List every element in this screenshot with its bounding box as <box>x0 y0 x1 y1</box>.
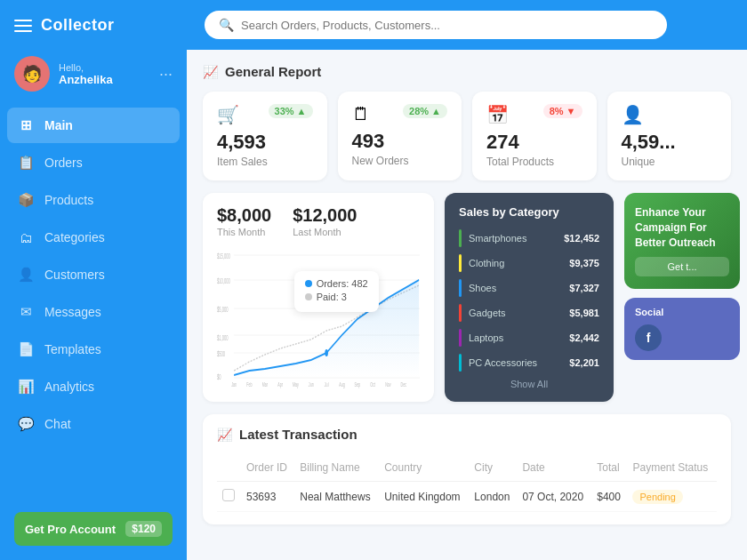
categories-icon: 🗂 <box>18 229 34 245</box>
country: United Kingdom <box>379 482 469 512</box>
city: London <box>469 482 517 512</box>
unique-label: Unique <box>622 156 718 168</box>
sidebar-item-label: Categories <box>44 230 105 244</box>
pro-account-button[interactable]: Get Pro Account $120 <box>14 512 173 546</box>
this-month-stat: $8,000 This Month <box>217 205 271 237</box>
sales-title: Sales by Category <box>459 205 599 219</box>
show-all-button[interactable]: Show All <box>459 379 599 389</box>
svg-text:May: May <box>293 380 299 388</box>
cart-icon: 🛒 <box>217 104 239 125</box>
right-widgets: Enhance Your Campaign For Better Outreac… <box>624 193 731 402</box>
svg-text:$10,000: $10,000 <box>217 276 230 284</box>
shoes-name: Shoes <box>469 283 562 293</box>
table-header-row: Order ID Billing Name Country City Date … <box>217 454 717 482</box>
shoes-dot <box>459 279 462 297</box>
promo-title: Enhance Your Campaign For Better Outreac… <box>635 205 729 250</box>
orders-dot <box>305 280 312 287</box>
billing-name: Neal Matthews <box>294 482 379 512</box>
payment-status: Pending <box>627 482 717 512</box>
report-icon: 📈 <box>203 65 218 79</box>
tooltip-orders: Orders: 482 <box>317 278 368 289</box>
dashboard: 📈 General Report 🛒 33% ▲ 4,593 Item Sale… <box>187 50 747 560</box>
avatar: 🧑 <box>14 56 50 92</box>
svg-text:Jul: Jul <box>325 380 329 388</box>
hamburger-icon[interactable] <box>14 20 32 32</box>
col-city: City <box>469 454 517 482</box>
table-row: 53693 Neal Matthews United Kingdom Londo… <box>217 482 717 512</box>
main-icon: ⊞ <box>18 117 34 133</box>
stat-card-item-sales: 🛒 33% ▲ 4,593 Item Sales <box>203 92 327 180</box>
new-orders-badge: 28% ▲ <box>403 104 447 118</box>
user-menu-button[interactable]: ··· <box>159 65 173 84</box>
svg-text:Aug: Aug <box>339 380 345 388</box>
svg-text:$1,000: $1,000 <box>217 333 229 341</box>
order-id: 53693 <box>241 482 294 512</box>
laptops-dot <box>459 329 462 347</box>
sidebar-item-messages[interactable]: ✉ Messages <box>7 294 180 330</box>
sidebar-item-label: Analytics <box>44 380 94 394</box>
sidebar-item-templates[interactable]: 📄 Templates <box>7 332 180 367</box>
svg-text:$15,000: $15,000 <box>217 252 230 260</box>
item-sales-badge: 33% ▲ <box>269 104 313 118</box>
tooltip-paid: Paid: 3 <box>317 292 347 302</box>
date: 07 Oct, 2020 <box>517 482 591 512</box>
chart-tooltip: Orders: 482 Paid: 3 <box>294 271 379 312</box>
col-checkbox <box>217 454 241 482</box>
sidebar-item-analytics[interactable]: 📊 Analytics <box>7 369 180 404</box>
sidebar-item-label: Customers <box>44 268 105 282</box>
sidebar-item-label: Templates <box>44 342 101 356</box>
smartphones-dot <box>459 229 462 247</box>
pro-btn-label: Get Pro Account <box>25 523 116 536</box>
row-checkbox[interactable] <box>222 489 235 501</box>
sidebar-item-products[interactable]: 📦 Products <box>7 182 180 218</box>
orders-stat-icon: 🗒 <box>352 104 370 124</box>
last-month-value: $12,000 <box>293 205 357 226</box>
products-icon: 📦 <box>18 192 34 208</box>
sidebar-item-categories[interactable]: 🗂 Categories <box>7 220 180 255</box>
social-title: Social <box>635 307 729 317</box>
svg-text:Dec: Dec <box>401 380 406 388</box>
search-input[interactable] <box>241 19 653 32</box>
sales-item: PC Accessories $2,201 <box>459 354 599 372</box>
templates-icon: 📄 <box>18 341 34 357</box>
smartphones-name: Smartphones <box>469 233 557 244</box>
user-info: Hello, Anzhelika <box>59 62 150 86</box>
total-products-value: 274 <box>486 131 582 154</box>
col-order-id: Order ID <box>241 454 294 482</box>
general-report-title: 📈 General Report <box>203 64 731 79</box>
svg-text:$0: $0 <box>217 372 221 380</box>
clothing-amount: $9,375 <box>569 258 599 268</box>
pro-btn-price: $120 <box>125 521 162 537</box>
sidebar-item-label: Messages <box>44 305 101 319</box>
item-sales-label: Item Sales <box>217 156 313 168</box>
sidebar-item-orders[interactable]: 📋 Orders <box>7 145 180 180</box>
smartphones-amount: $12,452 <box>564 233 599 244</box>
sidebar-item-main[interactable]: ⊞ Main <box>7 108 180 143</box>
transaction-table: Order ID Billing Name Country City Date … <box>217 454 717 512</box>
shoes-amount: $7,327 <box>569 283 599 293</box>
sidebar-item-label: Chat <box>44 417 71 431</box>
facebook-button[interactable]: f <box>635 324 662 351</box>
analytics-icon: 📊 <box>18 379 34 395</box>
paid-dot <box>305 293 312 300</box>
col-billing-name: Billing Name <box>294 454 379 482</box>
unique-icon: 👤 <box>622 104 644 125</box>
sales-item: Smartphones $12,452 <box>459 229 599 247</box>
sales-item: Gadgets $5,981 <box>459 304 599 322</box>
search-icon: 🔍 <box>219 18 234 32</box>
gadgets-dot <box>459 304 462 322</box>
last-month-label: Last Month <box>293 227 357 237</box>
last-month-stat: $12,000 Last Month <box>293 205 357 237</box>
sidebar-header: Collector <box>0 0 187 47</box>
new-orders-label: New Orders <box>352 155 448 167</box>
middle-row: $8,000 This Month $12,000 Last Month Ord… <box>203 193 731 402</box>
promo-button[interactable]: Get t... <box>635 257 729 276</box>
total: $400 <box>591 482 627 512</box>
sidebar-item-customers[interactable]: 👤 Customers <box>7 257 180 292</box>
sidebar-item-chat[interactable]: 💬 Chat <box>7 406 180 442</box>
stats-row: 🛒 33% ▲ 4,593 Item Sales 🗒 28% ▲ 493 New… <box>203 92 731 180</box>
app-title: Collector <box>41 16 115 35</box>
this-month-value: $8,000 <box>217 205 271 226</box>
orders-icon: 📋 <box>18 155 34 171</box>
sales-item: Clothing $9,375 <box>459 254 599 272</box>
